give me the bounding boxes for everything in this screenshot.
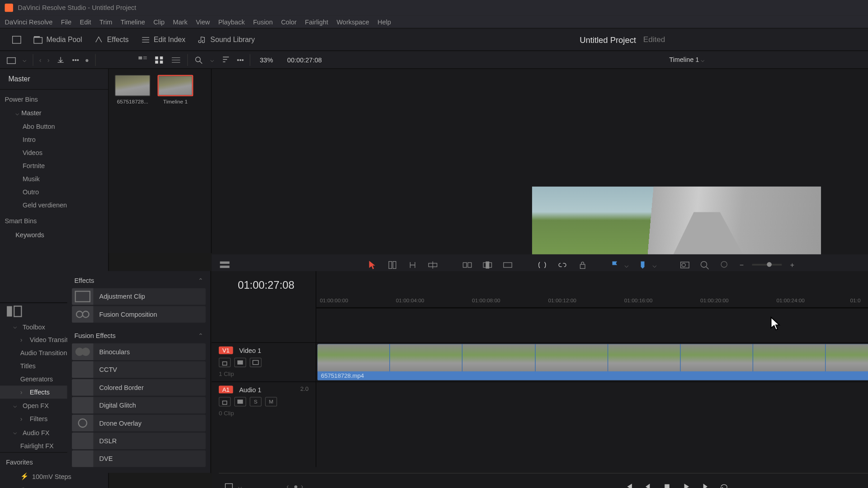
menu-edit[interactable]: Edit xyxy=(80,18,91,25)
bin-item[interactable]: Fortnite xyxy=(0,159,108,172)
audio-track-row[interactable] xyxy=(316,381,868,421)
marker-button[interactable] xyxy=(637,259,648,270)
media-pool-button[interactable]: Media Pool xyxy=(27,33,88,46)
link-button[interactable] xyxy=(557,259,568,270)
thumb-view-icon[interactable] xyxy=(154,55,165,65)
effect-item[interactable]: Digital Glitch xyxy=(72,397,206,413)
menu-workspace[interactable]: Workspace xyxy=(336,18,369,25)
chevron-down-icon[interactable]: ⌵ xyxy=(23,56,27,64)
lock-button[interactable] xyxy=(577,259,589,270)
lock-track-button[interactable] xyxy=(219,397,231,406)
snap-button[interactable] xyxy=(536,259,548,270)
effect-item[interactable]: Fusion Composition xyxy=(72,306,206,323)
video-track-header[interactable]: V1 Video 1 1 Clip xyxy=(212,342,316,381)
collapse-icon[interactable]: ⌃ xyxy=(198,332,203,340)
dots-icon[interactable]: ••• xyxy=(72,56,79,63)
solo-button[interactable]: S xyxy=(250,397,261,406)
bin-item[interactable]: Musik xyxy=(0,172,108,185)
menu-timeline[interactable]: Timeline xyxy=(121,18,145,25)
bin-keywords[interactable]: Keywords xyxy=(0,228,108,241)
menu-trim[interactable]: Trim xyxy=(99,18,112,25)
audio-track-header[interactable]: A1 Audio 1 2.0 S M 0 Clip xyxy=(212,381,316,421)
first-frame-button[interactable] xyxy=(623,482,634,488)
smart-bins-header[interactable]: Smart Bins xyxy=(0,211,108,228)
effect-item[interactable]: Colored Border xyxy=(72,379,206,396)
blade-tool[interactable] xyxy=(427,259,439,270)
effect-item[interactable]: Drone Overlay xyxy=(72,415,206,432)
power-bins-header[interactable]: Power Bins xyxy=(0,90,108,107)
nav-fwd[interactable]: › xyxy=(47,56,50,63)
chevron-down-icon[interactable]: ⌵ xyxy=(210,56,214,64)
trim-tool[interactable] xyxy=(387,259,398,270)
play-button[interactable] xyxy=(681,482,692,488)
timeline-name[interactable]: Timeline 1 xyxy=(669,56,699,63)
detail-zoom-button[interactable] xyxy=(699,259,711,270)
dynamic-trim-tool[interactable] xyxy=(406,259,418,270)
timeline-view-icon[interactable] xyxy=(219,259,231,270)
list-view-icon[interactable] xyxy=(170,55,181,65)
chevron-down-icon[interactable]: ⌵ xyxy=(652,261,656,269)
a1-badge[interactable]: A1 xyxy=(219,385,233,393)
clip-thumb-timeline[interactable]: Timeline 1 xyxy=(157,75,193,105)
panel-view-icon[interactable] xyxy=(5,303,24,320)
effect-item[interactable]: Binoculars xyxy=(72,343,206,360)
collapse-icon[interactable]: ⌃ xyxy=(198,277,203,285)
effect-item[interactable]: DVE xyxy=(72,450,206,467)
insert-clip-button[interactable] xyxy=(461,259,473,270)
prev-frame-button[interactable] xyxy=(643,482,654,488)
v1-badge[interactable]: V1 xyxy=(219,347,233,354)
disable-video-button[interactable] xyxy=(250,358,261,367)
prev-icon[interactable]: ‹ xyxy=(287,483,289,488)
effect-item[interactable]: CCTV xyxy=(72,361,206,378)
menu-fairlight[interactable]: Fairlight xyxy=(305,18,328,25)
zoom-to-fit-button[interactable] xyxy=(679,259,691,270)
zoom-out-button[interactable]: − xyxy=(740,261,744,269)
auto-select-button[interactable] xyxy=(234,358,246,367)
menu-fusion[interactable]: Fusion xyxy=(253,18,273,25)
sound-library-button[interactable]: Sound Library xyxy=(191,33,260,46)
menu-view[interactable]: View xyxy=(196,18,210,25)
custom-zoom-button[interactable] xyxy=(719,259,731,270)
clip-thumb[interactable]: 657518728... xyxy=(115,75,151,105)
auto-select-button[interactable] xyxy=(234,397,246,406)
more-icon[interactable]: ••• xyxy=(237,56,244,63)
zoom-slider[interactable] xyxy=(752,264,782,266)
record-icon[interactable]: ● xyxy=(85,56,89,63)
master-bin[interactable]: Master xyxy=(0,69,108,90)
search-icon[interactable] xyxy=(193,55,204,65)
menu-resolve[interactable]: DaVinci Resolve xyxy=(5,18,53,25)
import-icon[interactable] xyxy=(56,55,66,65)
lock-track-button[interactable] xyxy=(219,358,231,367)
edit-index-button[interactable]: Edit Index xyxy=(135,33,191,46)
mute-button[interactable]: M xyxy=(265,397,277,406)
flag-button[interactable] xyxy=(609,259,621,270)
bin-item[interactable]: Intro xyxy=(0,133,108,146)
menu-file[interactable]: File xyxy=(61,18,71,25)
bin-item[interactable]: Geld verdienen xyxy=(0,198,108,211)
video-track-row[interactable]: 657518728.mp4 xyxy=(316,342,868,381)
menu-color[interactable]: Color xyxy=(281,18,297,25)
bin-item[interactable]: Abo Button xyxy=(0,120,108,133)
bin-view-dropdown[interactable] xyxy=(6,55,17,65)
timeline-tracks[interactable]: 01:00:00:00 01:00:04:00 01:00:08:00 01:0… xyxy=(316,271,868,467)
chevron-down-icon[interactable]: ⌵ xyxy=(624,261,628,269)
bin-item[interactable]: Outro xyxy=(0,185,108,198)
sort-icon[interactable] xyxy=(220,55,231,65)
crop-icon[interactable] xyxy=(223,482,234,488)
chevron-down-icon[interactable]: ⌵ xyxy=(238,483,242,488)
effect-item[interactable]: DSLR xyxy=(72,432,206,449)
metadata-view-icon[interactable] xyxy=(137,55,148,65)
menu-help[interactable]: Help xyxy=(377,18,391,25)
next-icon[interactable]: › xyxy=(301,483,303,488)
replace-clip-button[interactable] xyxy=(502,259,514,270)
stop-button[interactable] xyxy=(662,482,673,488)
fav-item[interactable]: ⚙TP ZO... Ease xyxy=(0,483,108,488)
next-frame-button[interactable] xyxy=(700,482,711,488)
timeline-ruler[interactable]: 01:00:00:00 01:00:04:00 01:00:08:00 01:0… xyxy=(316,296,868,308)
effects-button[interactable]: Effects xyxy=(88,33,135,46)
menu-clip[interactable]: Clip xyxy=(153,18,165,25)
bin-master[interactable]: ⌵Master xyxy=(0,106,108,120)
zoom-in-button[interactable]: + xyxy=(790,261,794,269)
effect-item[interactable]: Adjustment Clip xyxy=(72,288,206,305)
menu-mark[interactable]: Mark xyxy=(173,18,188,25)
